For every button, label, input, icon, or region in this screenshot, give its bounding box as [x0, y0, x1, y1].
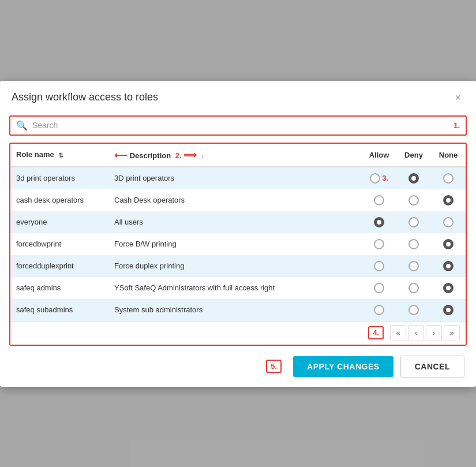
cell-none-row3 — [431, 233, 466, 255]
radio-deny-row4[interactable] — [408, 261, 419, 271]
cell-deny-row1 — [396, 189, 431, 211]
cell-none-row5 — [431, 277, 466, 299]
col-role-name: Role name ⇅ — [10, 144, 108, 167]
radio-none-row2[interactable] — [443, 217, 453, 227]
cell-description: Force B/W printing — [108, 233, 362, 255]
radio-allow-row2[interactable] — [374, 217, 384, 227]
cell-allow-row4 — [362, 255, 396, 277]
cell-role-name: forcedduplexprint — [10, 255, 108, 277]
modal-overlay: Assign workflow access to roles × 🔍 1. R… — [0, 0, 476, 467]
cell-none-row1 — [431, 189, 466, 211]
radio-none-row6[interactable] — [443, 305, 453, 315]
radio-allow-row3[interactable] — [374, 239, 384, 249]
cell-role-name: 3d print operators — [10, 167, 108, 189]
arrow-right: ⟹ — [183, 150, 197, 160]
search-container: 🔍 1. — [9, 115, 467, 136]
pagination-first-button[interactable]: « — [390, 325, 406, 341]
cell-deny-row4 — [396, 255, 431, 277]
close-button[interactable]: × — [451, 91, 464, 104]
radio-none-row1[interactable] — [443, 195, 453, 206]
modal-title: Assign workflow access to roles — [12, 91, 158, 103]
arrow-left: ⟵ — [114, 150, 128, 160]
radio-allow-row0[interactable] — [370, 173, 380, 184]
cell-description: 3D print operators — [108, 167, 362, 189]
cell-description: YSoft SafeQ Administrators with full acc… — [108, 277, 362, 299]
col-description: ⟵ Description 2. ⟹ ↓ — [108, 144, 362, 167]
table-header-row: Role name ⇅ ⟵ Description 2. ⟹ ↓ Allow D… — [10, 144, 466, 167]
modal-header: Assign workflow access to roles × — [0, 81, 476, 111]
cell-deny-row5 — [396, 277, 431, 299]
table-row: forcedbwprintForce B/W printing — [10, 233, 466, 255]
search-icon: 🔍 — [16, 120, 28, 131]
radio-deny-row3[interactable] — [408, 239, 419, 249]
annotation-1: 1. — [453, 121, 460, 130]
radio-none-row3[interactable] — [443, 239, 453, 249]
col-deny: Deny — [396, 144, 431, 167]
pagination-prev-button[interactable]: ‹ — [408, 325, 424, 341]
table-body: 3d print operators3D print operators3.ca… — [10, 167, 466, 321]
table-row: 3d print operators3D print operators3. — [10, 167, 466, 189]
radio-deny-row2[interactable] — [408, 217, 419, 227]
col-allow: Allow — [362, 144, 396, 167]
cell-deny-row6 — [396, 299, 431, 321]
radio-allow-row5[interactable] — [374, 283, 384, 293]
cell-description: All users — [108, 211, 362, 233]
radio-deny-row5[interactable] — [408, 283, 419, 293]
cell-description: System sub administrators — [108, 299, 362, 321]
cell-deny-row0 — [396, 167, 431, 189]
table-row: safeq adminsYSoft SafeQ Administrators w… — [10, 277, 466, 299]
cell-none-row6 — [431, 299, 466, 321]
modal-footer: 5. APPLY CHANGES CANCEL — [0, 346, 476, 387]
annotation-5: 5. — [266, 360, 282, 373]
radio-none-row5[interactable] — [443, 283, 453, 293]
annotation-3: 3. — [383, 174, 389, 182]
cell-none-row0 — [431, 167, 466, 189]
pagination-next-button[interactable]: › — [426, 325, 442, 341]
radio-deny-row0[interactable] — [408, 173, 419, 184]
cell-deny-row3 — [396, 233, 431, 255]
table-row: forcedduplexprintForce duplex printing — [10, 255, 466, 277]
cell-deny-row2 — [396, 211, 431, 233]
cell-role-name: safeq admins — [10, 277, 108, 299]
table-row: cash desk operatorsCash Desk operators — [10, 189, 466, 211]
sort-icon-rolename[interactable]: ⇅ — [58, 152, 63, 159]
cell-role-name: everyone — [10, 211, 108, 233]
annotation-4: 4. — [368, 326, 384, 339]
radio-allow-row4[interactable] — [374, 261, 384, 271]
cell-allow-row5 — [362, 277, 396, 299]
apply-changes-button[interactable]: APPLY CHANGES — [293, 356, 393, 377]
roles-table: Role name ⇅ ⟵ Description 2. ⟹ ↓ Allow D… — [10, 144, 466, 321]
table-wrapper: Role name ⇅ ⟵ Description 2. ⟹ ↓ Allow D… — [9, 143, 467, 346]
search-input[interactable] — [32, 121, 451, 130]
cell-role-name: cash desk operators — [10, 189, 108, 211]
col-none: None — [431, 144, 466, 167]
cell-none-row2 — [431, 211, 466, 233]
radio-allow-row1[interactable] — [374, 195, 384, 206]
modal-dialog: Assign workflow access to roles × 🔍 1. R… — [0, 81, 476, 387]
cancel-button[interactable]: CANCEL — [400, 356, 464, 378]
radio-none-row4[interactable] — [443, 261, 453, 271]
annotation-2: 2. — [175, 151, 182, 160]
cell-role-name: forcedbwprint — [10, 233, 108, 255]
radio-deny-row6[interactable] — [408, 305, 419, 315]
cell-allow-row0: 3. — [362, 167, 396, 189]
sort-icon-desc[interactable]: ↓ — [201, 152, 205, 159]
cell-description: Cash Desk operators — [108, 189, 362, 211]
pagination-last-button[interactable]: » — [444, 325, 460, 341]
cell-allow-row2 — [362, 211, 396, 233]
table-row: everyoneAll users — [10, 211, 466, 233]
cell-role-name: safeq subadmins — [10, 299, 108, 321]
table-row: safeq subadminsSystem sub administrators — [10, 299, 466, 321]
cell-allow-row3 — [362, 233, 396, 255]
pagination-area: 4. « ‹ › » — [10, 321, 466, 345]
radio-allow-row6[interactable] — [374, 305, 384, 315]
cell-allow-row1 — [362, 189, 396, 211]
cell-description: Force duplex printing — [108, 255, 362, 277]
cell-allow-row6 — [362, 299, 396, 321]
cell-none-row4 — [431, 255, 466, 277]
radio-deny-row1[interactable] — [408, 195, 419, 206]
radio-none-row0[interactable] — [443, 173, 453, 184]
